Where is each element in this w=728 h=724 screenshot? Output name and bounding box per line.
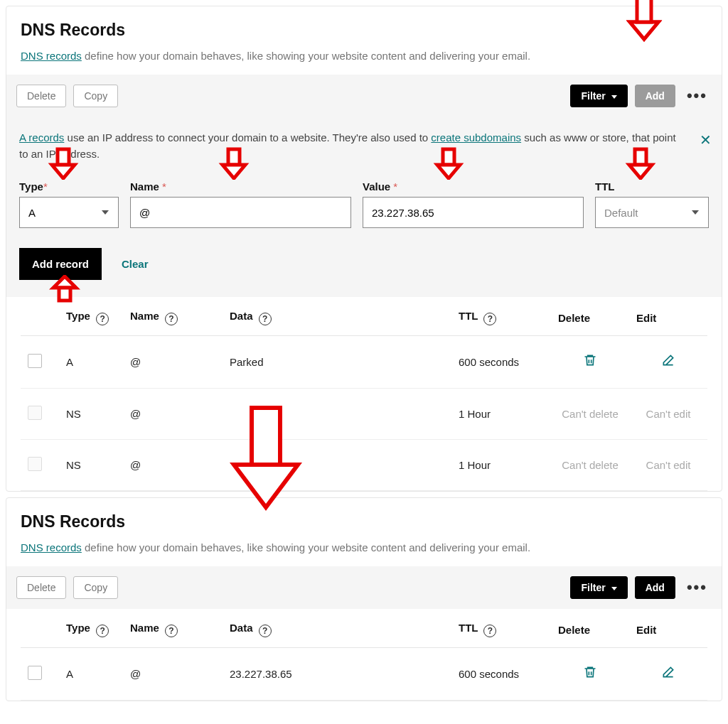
cant-delete-label: Can't delete xyxy=(562,459,619,471)
cell-name: @ xyxy=(123,389,223,440)
records-table: Type ? Name ? Data ? TTL ? Delete Edit A… xyxy=(21,297,707,491)
delete-button[interactable]: Delete xyxy=(16,576,66,599)
help-icon[interactable]: ? xyxy=(96,625,109,637)
close-icon[interactable]: ✕ xyxy=(700,133,712,147)
th-name: Name ? xyxy=(123,609,223,648)
help-icon[interactable]: ? xyxy=(165,625,178,637)
name-label: Name * xyxy=(130,180,351,193)
help-icon[interactable]: ? xyxy=(483,625,496,637)
filter-button[interactable]: Filter xyxy=(570,85,627,107)
copy-button[interactable]: Copy xyxy=(73,85,118,107)
subtitle-text: define how your domain behaves, like sho… xyxy=(82,50,530,62)
more-menu-icon[interactable]: ••• xyxy=(682,87,712,105)
filter-button[interactable]: Filter xyxy=(570,576,627,599)
cell-type: NS xyxy=(59,440,123,491)
th-ttl: TTL ? xyxy=(451,609,551,648)
th-name: Name ? xyxy=(123,297,223,336)
value-label: Value * xyxy=(363,180,584,193)
value-input[interactable] xyxy=(363,197,584,228)
table-row: NS@1 HourCan't deleteCan't edit xyxy=(21,389,707,440)
th-edit: Edit xyxy=(629,609,707,648)
cell-data xyxy=(223,440,451,491)
more-menu-icon[interactable]: ••• xyxy=(682,578,712,597)
type-label: Type* xyxy=(19,180,119,193)
ttl-select[interactable]: Default xyxy=(595,197,709,228)
cell-name: @ xyxy=(123,648,223,701)
help-icon[interactable]: ? xyxy=(483,313,496,325)
edit-icon[interactable] xyxy=(661,668,675,682)
subtitle: DNS records define how your domain behav… xyxy=(21,50,707,62)
row-checkbox xyxy=(28,406,42,420)
edit-icon[interactable] xyxy=(661,356,675,370)
a-records-link[interactable]: A records xyxy=(19,131,64,144)
cell-type: A xyxy=(59,336,123,389)
name-input[interactable] xyxy=(130,197,351,228)
table-row: A@Parked600 seconds xyxy=(21,336,707,389)
row-checkbox[interactable] xyxy=(28,354,42,368)
cell-ttl: 1 Hour xyxy=(451,440,551,491)
th-data: Data ? xyxy=(223,609,451,648)
clear-link[interactable]: Clear xyxy=(122,258,149,270)
copy-button[interactable]: Copy xyxy=(73,576,118,599)
subtitle: DNS records define how your domain behav… xyxy=(21,541,707,553)
trash-icon[interactable] xyxy=(583,356,597,370)
row-checkbox xyxy=(28,457,42,471)
create-subdomains-link[interactable]: create subdomains xyxy=(431,131,521,144)
add-record-panel: ✕ A records use an IP address to connect… xyxy=(6,117,722,297)
delete-button[interactable]: Delete xyxy=(16,85,66,107)
cell-data: 23.227.38.65 xyxy=(223,648,451,701)
dns-records-link[interactable]: DNS records xyxy=(21,541,82,553)
cell-type: A xyxy=(59,648,123,701)
toolbar: Delete Copy Filter Add ••• xyxy=(6,75,722,117)
add-button[interactable]: Add xyxy=(635,576,675,599)
th-data: Data ? xyxy=(223,297,451,336)
cell-ttl: 600 seconds xyxy=(451,336,551,389)
trash-icon[interactable] xyxy=(583,668,597,682)
table-row: NS@1 HourCan't deleteCan't edit xyxy=(21,440,707,491)
dns-records-link[interactable]: DNS records xyxy=(21,50,82,62)
th-delete: Delete xyxy=(551,297,629,336)
cant-edit-label: Can't edit xyxy=(646,459,691,471)
cell-type: NS xyxy=(59,389,123,440)
dns-panel-2: DNS Records DNS records define how your … xyxy=(6,497,722,701)
cant-delete-label: Can't delete xyxy=(562,408,619,420)
page-title: DNS Records xyxy=(21,512,707,531)
add-button[interactable]: Add xyxy=(635,85,675,107)
records-table: Type ? Name ? Data ? TTL ? Delete Edit A… xyxy=(21,609,707,701)
help-icon[interactable]: ? xyxy=(165,313,178,325)
ttl-label: TTL xyxy=(595,180,709,193)
info-text: A records use an IP address to connect y… xyxy=(19,130,709,162)
cell-data xyxy=(223,389,451,440)
cell-ttl: 600 seconds xyxy=(451,648,551,701)
cell-name: @ xyxy=(123,440,223,491)
page-title: DNS Records xyxy=(21,21,707,40)
th-delete: Delete xyxy=(551,609,629,648)
record-form: Type* A Name * Value * TTL Default xyxy=(19,180,709,228)
th-type: Type ? xyxy=(59,609,123,648)
th-ttl: TTL ? xyxy=(451,297,551,336)
table-row: A@23.227.38.65600 seconds xyxy=(21,648,707,701)
row-checkbox[interactable] xyxy=(28,666,42,680)
help-icon[interactable]: ? xyxy=(259,625,272,637)
add-record-button[interactable]: Add record xyxy=(19,248,102,280)
help-icon[interactable]: ? xyxy=(259,313,272,325)
help-icon[interactable]: ? xyxy=(96,313,109,325)
cell-name: @ xyxy=(123,336,223,389)
cant-edit-label: Can't edit xyxy=(646,408,691,420)
cell-data: Parked xyxy=(223,336,451,389)
toolbar: Delete Copy Filter Add ••• xyxy=(6,566,722,609)
type-select[interactable]: A xyxy=(19,197,119,228)
dns-panel-1: DNS Records DNS records define how your … xyxy=(6,6,722,492)
th-type: Type ? xyxy=(59,297,123,336)
cell-ttl: 1 Hour xyxy=(451,389,551,440)
th-edit: Edit xyxy=(629,297,707,336)
